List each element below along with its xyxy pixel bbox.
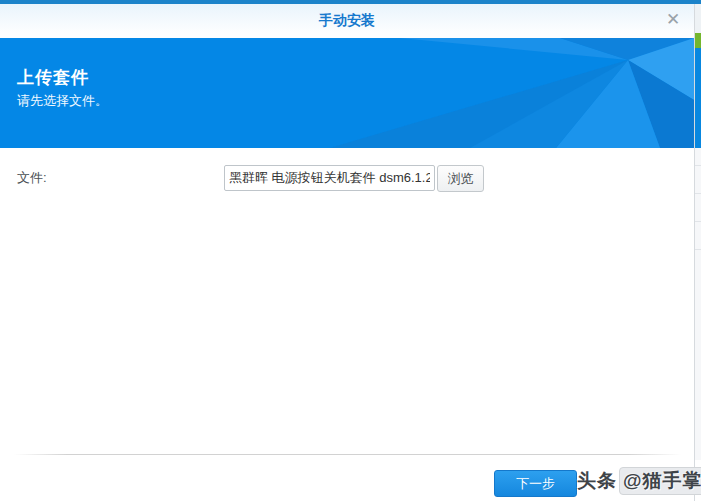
- background-hairline: [695, 249, 701, 250]
- background-sliver: [695, 0, 701, 501]
- manual-install-dialog: 手动安装 ✕ 上传套件 请先选择文件。 文件: 浏览 下一步: [0, 0, 695, 501]
- background-hairline: [695, 193, 701, 194]
- dialog-titlebar[interactable]: 手动安装 ✕: [0, 4, 694, 38]
- footer-separator: [14, 454, 681, 455]
- file-field-label: 文件:: [17, 169, 47, 187]
- background-sliver-blue: [695, 48, 701, 148]
- screen: 手动安装 ✕ 上传套件 请先选择文件。 文件: 浏览 下一步 头条 @猫手掌: [0, 0, 701, 501]
- browse-button[interactable]: 浏览: [437, 165, 484, 192]
- next-button[interactable]: 下一步: [494, 470, 577, 497]
- file-path-input[interactable]: [224, 165, 435, 191]
- background-hairline: [695, 165, 701, 166]
- window-top-accent: [0, 0, 701, 4]
- watermark-prefix: 头条: [577, 468, 617, 494]
- background-sliver-gray: [695, 148, 701, 460]
- banner-heading: 上传套件: [17, 66, 89, 89]
- background-sliver-green: [695, 33, 701, 48]
- close-icon[interactable]: ✕: [663, 10, 683, 30]
- dialog-title: 手动安装: [0, 4, 694, 37]
- background-hairline: [695, 221, 701, 222]
- toutiao-watermark: 头条 @猫手掌: [577, 466, 701, 496]
- background-sliver-light: [695, 4, 701, 33]
- wizard-header-banner: 上传套件 请先选择文件。: [0, 38, 694, 148]
- watermark-handle: @猫手掌: [619, 467, 701, 495]
- banner-subheading: 请先选择文件。: [17, 92, 108, 110]
